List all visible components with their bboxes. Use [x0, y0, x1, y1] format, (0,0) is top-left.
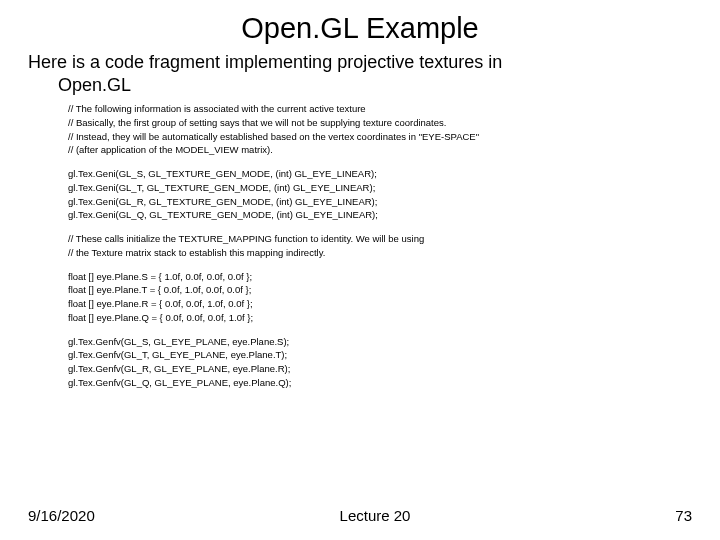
code-comment: // The following information is associat…: [68, 102, 692, 116]
code-statement: float [] eye.Plane.S = { 1.0f, 0.0f, 0.0…: [68, 270, 692, 284]
code-comment: // These calls initialize the TEXTURE_MA…: [68, 232, 692, 246]
code-statement: float [] eye.Plane.T = { 0.0f, 1.0f, 0.0…: [68, 283, 692, 297]
code-statement: gl.Tex.Genfv(GL_R, GL_EYE_PLANE, eye.Pla…: [68, 362, 692, 376]
code-statement: gl.Tex.Geni(GL_T, GL_TEXTURE_GEN_MODE, (…: [68, 181, 692, 195]
code-statement: gl.Tex.Geni(GL_R, GL_TEXTURE_GEN_MODE, (…: [68, 195, 692, 209]
code-statement: gl.Tex.Geni(GL_Q, GL_TEXTURE_GEN_MODE, (…: [68, 208, 692, 222]
intro-line1: Here is a code fragment implementing pro…: [28, 52, 502, 72]
slide-title: Open.GL Example: [28, 12, 692, 45]
code-statement: gl.Tex.Geni(GL_S, GL_TEXTURE_GEN_MODE, (…: [68, 167, 692, 181]
code-comment: // (after application of the MODEL_VIEW …: [68, 143, 692, 157]
code-statement: gl.Tex.Genfv(GL_S, GL_EYE_PLANE, eye.Pla…: [68, 335, 692, 349]
code-comment: // Instead, they will be automatically e…: [68, 130, 692, 144]
code-block: // The following information is associat…: [68, 102, 692, 390]
footer-lecture: Lecture 20: [239, 507, 480, 524]
slide-container: Open.GL Example Here is a code fragment …: [0, 0, 720, 540]
code-comment: // Basically, the first group of setting…: [68, 116, 692, 130]
intro-text: Here is a code fragment implementing pro…: [28, 51, 692, 96]
code-statement: float [] eye.Plane.R = { 0.0f, 0.0f, 1.0…: [68, 297, 692, 311]
spacer: [68, 260, 692, 270]
footer-date: 9/16/2020: [28, 507, 239, 524]
spacer: [68, 157, 692, 167]
code-statement: float [] eye.Plane.Q = { 0.0f, 0.0f, 0.0…: [68, 311, 692, 325]
code-statement: gl.Tex.Genfv(GL_T, GL_EYE_PLANE, eye.Pla…: [68, 348, 692, 362]
slide-footer: 9/16/2020 Lecture 20 73: [28, 507, 692, 524]
code-statement: gl.Tex.Genfv(GL_Q, GL_EYE_PLANE, eye.Pla…: [68, 376, 692, 390]
spacer: [68, 222, 692, 232]
code-comment: // the Texture matrix stack to establish…: [68, 246, 692, 260]
spacer: [68, 325, 692, 335]
intro-line2: Open.GL: [28, 74, 692, 97]
footer-page: 73: [481, 507, 692, 524]
